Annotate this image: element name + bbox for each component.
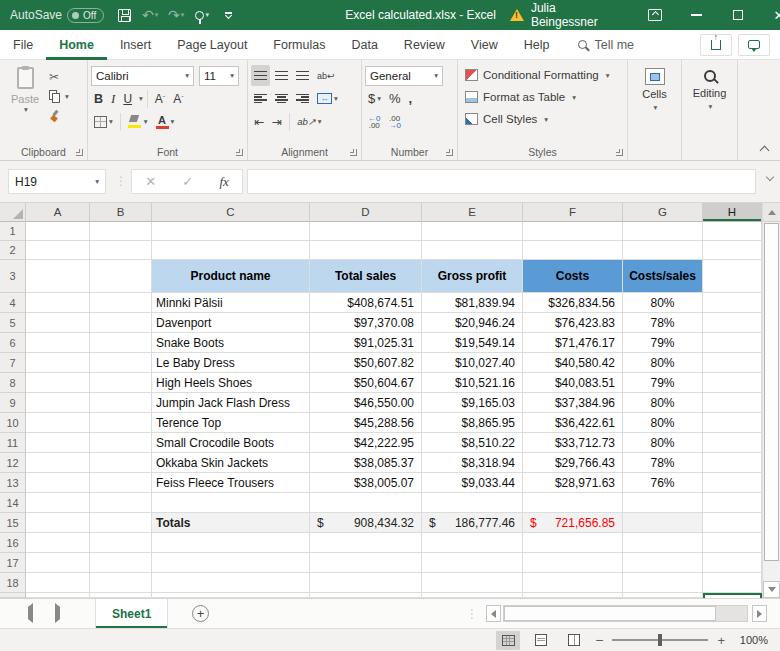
cell-E1[interactable] bbox=[422, 222, 523, 241]
cell-D18[interactable] bbox=[310, 573, 422, 593]
cell-D14[interactable] bbox=[310, 493, 422, 513]
cell-D9[interactable]: $46,550.00 bbox=[310, 393, 422, 413]
middle-align-button[interactable] bbox=[272, 65, 291, 86]
sheet-bar-drag-handle[interactable]: ⋮ bbox=[466, 607, 478, 621]
cell-B16[interactable] bbox=[90, 533, 152, 553]
tell-me-search[interactable]: Tell me bbox=[578, 38, 634, 52]
cell-D17[interactable] bbox=[310, 553, 422, 573]
cell-C14[interactable] bbox=[152, 493, 310, 513]
cell-A11[interactable] bbox=[26, 433, 90, 453]
cell-H1[interactable] bbox=[703, 222, 762, 241]
merge-center-button[interactable]: ↔▾ bbox=[314, 88, 341, 109]
decrease-font-size-button[interactable]: Aˇ bbox=[170, 88, 186, 109]
cell-H13[interactable] bbox=[703, 473, 762, 493]
cell-G5[interactable]: 78% bbox=[623, 313, 703, 333]
zoom-slider[interactable] bbox=[612, 639, 708, 641]
column-header-D[interactable]: D bbox=[310, 203, 422, 222]
cell-A13[interactable] bbox=[26, 473, 90, 493]
cell-G6[interactable]: 79% bbox=[623, 333, 703, 353]
cell-F2[interactable] bbox=[523, 241, 623, 260]
row-header-14[interactable]: 14 bbox=[0, 493, 26, 513]
cell-F7[interactable]: $40,580.42 bbox=[523, 353, 623, 373]
number-format-combo[interactable]: General▾ bbox=[365, 66, 443, 86]
normal-view-button[interactable] bbox=[496, 631, 520, 650]
wrap-text-button[interactable]: ab↩ bbox=[314, 65, 338, 86]
cell-H16[interactable] bbox=[703, 533, 762, 553]
cell-D10[interactable]: $45,288.56 bbox=[310, 413, 422, 433]
cell-C11[interactable]: Small Crocodile Boots bbox=[152, 433, 310, 453]
cell-E18[interactable] bbox=[422, 573, 523, 593]
cell-F18[interactable] bbox=[523, 573, 623, 593]
cell-D1[interactable] bbox=[310, 222, 422, 241]
cell-H9[interactable] bbox=[703, 393, 762, 413]
cell-H12[interactable] bbox=[703, 453, 762, 473]
name-box[interactable]: H19 ▾ bbox=[8, 169, 106, 194]
cell-D16[interactable] bbox=[310, 533, 422, 553]
cell-A14[interactable] bbox=[26, 493, 90, 513]
cell-B4[interactable] bbox=[90, 293, 152, 313]
top-align-button[interactable] bbox=[251, 65, 270, 86]
cell-C18[interactable] bbox=[152, 573, 310, 593]
column-header-C[interactable]: C bbox=[152, 203, 310, 222]
cell-C1[interactable] bbox=[152, 222, 310, 241]
font-color-button[interactable]: A▾ bbox=[153, 111, 178, 132]
tab-insert[interactable]: Insert bbox=[107, 30, 164, 60]
expand-formula-bar-icon[interactable] bbox=[766, 173, 774, 181]
maximize-button[interactable] bbox=[717, 0, 758, 30]
cell-D7[interactable]: $50,607.82 bbox=[310, 353, 422, 373]
editing-button[interactable]: Editing ▾ bbox=[685, 64, 734, 111]
cell-D4[interactable]: $408,674.51 bbox=[310, 293, 422, 313]
scroll-up-icon[interactable] bbox=[763, 203, 780, 222]
cell-G16[interactable] bbox=[623, 533, 703, 553]
row-header-5[interactable]: 5 bbox=[0, 313, 26, 333]
cell-H3[interactable] bbox=[703, 260, 762, 293]
autosave-toggle[interactable]: AutoSave Off bbox=[10, 8, 104, 23]
customize-qat-button[interactable] bbox=[216, 2, 240, 28]
cell-G1[interactable] bbox=[623, 222, 703, 241]
zoom-level[interactable]: 100% bbox=[734, 634, 768, 646]
row-header-7[interactable]: 7 bbox=[0, 353, 26, 373]
cell-A2[interactable] bbox=[26, 241, 90, 260]
ribbon-display-options-button[interactable] bbox=[634, 0, 675, 30]
cell-C9[interactable]: Jumpin Jack Flash Dress bbox=[152, 393, 310, 413]
align-right-button[interactable] bbox=[293, 88, 312, 109]
cell-B18[interactable] bbox=[90, 573, 152, 593]
cell-G8[interactable]: 79% bbox=[623, 373, 703, 393]
autosave-pill[interactable]: Off bbox=[67, 8, 104, 23]
cell-A15[interactable] bbox=[26, 513, 90, 533]
cell-G15[interactable] bbox=[623, 513, 703, 533]
tab-formulas[interactable]: Formulas bbox=[260, 30, 338, 60]
save-button[interactable] bbox=[112, 2, 136, 28]
cell-H15[interactable] bbox=[703, 513, 762, 533]
cell-B11[interactable] bbox=[90, 433, 152, 453]
cell-H11[interactable] bbox=[703, 433, 762, 453]
page-layout-view-button[interactable] bbox=[529, 631, 553, 650]
cell-H4[interactable] bbox=[703, 293, 762, 313]
tab-file[interactable]: File bbox=[0, 30, 46, 60]
user-account-name[interactable]: Julia Beingessner bbox=[531, 1, 616, 29]
zoom-out-button[interactable]: − bbox=[595, 632, 603, 648]
horizontal-scrollbar-thumb[interactable] bbox=[504, 606, 716, 621]
share-button[interactable] bbox=[700, 34, 732, 56]
cell-C15[interactable]: Totals bbox=[152, 513, 310, 533]
row-header-1[interactable]: 1 bbox=[0, 222, 26, 241]
cell-A5[interactable] bbox=[26, 313, 90, 333]
align-left-button[interactable] bbox=[251, 88, 270, 109]
cell-B8[interactable] bbox=[90, 373, 152, 393]
tab-data[interactable]: Data bbox=[338, 30, 390, 60]
cell-G17[interactable] bbox=[623, 553, 703, 573]
bottom-align-button[interactable] bbox=[293, 65, 312, 86]
previous-sheet-icon[interactable] bbox=[28, 607, 33, 619]
format-as-table-button[interactable]: Format as Table▾ bbox=[461, 86, 624, 108]
styles-dialog-launcher-icon[interactable] bbox=[616, 149, 623, 156]
cell-E15[interactable]: $186,777.46 bbox=[422, 513, 523, 533]
cell-H14[interactable] bbox=[703, 493, 762, 513]
cell-A16[interactable] bbox=[26, 533, 90, 553]
cell-B3[interactable] bbox=[90, 260, 152, 293]
cell-F6[interactable]: $71,476.17 bbox=[523, 333, 623, 353]
cell-D12[interactable]: $38,085.37 bbox=[310, 453, 422, 473]
cell-E5[interactable]: $20,946.24 bbox=[422, 313, 523, 333]
cell-C17[interactable] bbox=[152, 553, 310, 573]
cell-D8[interactable]: $50,604.67 bbox=[310, 373, 422, 393]
row-header-10[interactable]: 10 bbox=[0, 413, 26, 433]
